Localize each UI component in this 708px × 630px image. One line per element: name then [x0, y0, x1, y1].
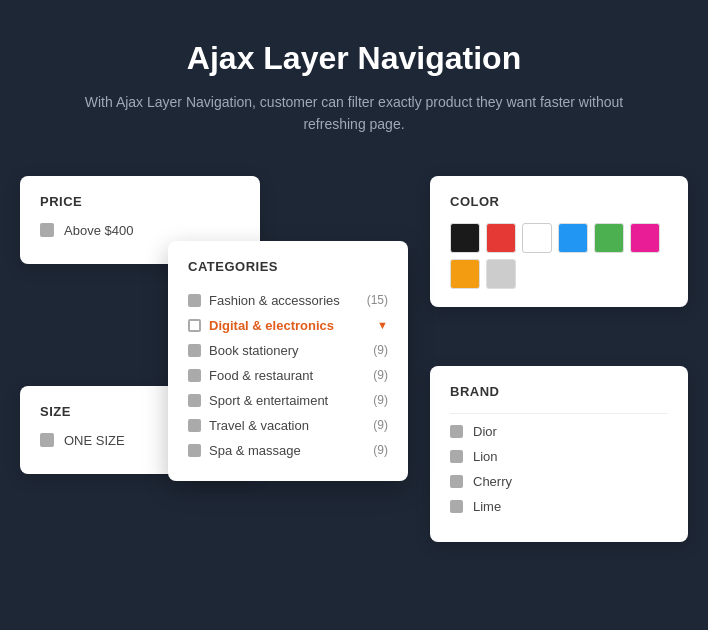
page-description: With Ajax Layer Navigation, customer can… [60, 91, 648, 136]
category-label-6: Spa & massage [209, 443, 301, 458]
category-item[interactable]: Book stationery(9) [188, 338, 388, 363]
brand-items-list: DiorLionCherryLime [450, 424, 668, 514]
cards-area: PRICE Above $400 SIZE ONE SIZE COLOR BRA… [0, 166, 708, 586]
category-count-0: (15) [367, 293, 388, 307]
categories-card-title: CATEGORIES [188, 259, 388, 274]
category-label-3: Food & restaurant [209, 368, 313, 383]
brand-item[interactable]: Cherry [450, 474, 668, 489]
brand-card: BRAND DiorLionCherryLime [430, 366, 688, 542]
color-swatch-4[interactable] [594, 223, 624, 253]
brand-name-2: Cherry [473, 474, 512, 489]
brand-item[interactable]: Dior [450, 424, 668, 439]
brand-item[interactable]: Lion [450, 449, 668, 464]
category-expand-icon: ▼ [377, 319, 388, 331]
category-label-2: Book stationery [209, 343, 299, 358]
category-count-6: (9) [373, 443, 388, 457]
category-item[interactable]: Digital & electronics▼ [188, 313, 388, 338]
color-card-title: COLOR [450, 194, 668, 209]
category-item[interactable]: Spa & massage(9) [188, 438, 388, 463]
price-checkbox [40, 223, 54, 237]
brand-checkbox-3 [450, 500, 463, 513]
brand-checkbox-1 [450, 450, 463, 463]
color-swatch-7[interactable] [486, 259, 516, 289]
brand-card-title: BRAND [450, 384, 668, 399]
page-header: Ajax Layer Navigation With Ajax Layer Na… [0, 0, 708, 166]
category-checkbox-3 [188, 369, 201, 382]
categories-card: CATEGORIES Fashion & accessories(15)Digi… [168, 241, 408, 481]
brand-name-3: Lime [473, 499, 501, 514]
brand-name-1: Lion [473, 449, 498, 464]
category-checkbox-1 [188, 319, 201, 332]
price-card-title: PRICE [40, 194, 240, 209]
category-count-2: (9) [373, 343, 388, 357]
category-count-5: (9) [373, 418, 388, 432]
price-option-row[interactable]: Above $400 [40, 223, 240, 238]
category-count-3: (9) [373, 368, 388, 382]
page-title: Ajax Layer Navigation [60, 40, 648, 77]
color-swatch-5[interactable] [630, 223, 660, 253]
brand-name-0: Dior [473, 424, 497, 439]
category-checkbox-2 [188, 344, 201, 357]
category-label-0: Fashion & accessories [209, 293, 340, 308]
color-card: COLOR [430, 176, 688, 307]
category-item[interactable]: Sport & entertaiment(9) [188, 388, 388, 413]
category-count-4: (9) [373, 393, 388, 407]
color-swatch-0[interactable] [450, 223, 480, 253]
category-item[interactable]: Food & restaurant(9) [188, 363, 388, 388]
category-label-1: Digital & electronics [209, 318, 334, 333]
category-label-4: Sport & entertaiment [209, 393, 328, 408]
category-item[interactable]: Travel & vacation(9) [188, 413, 388, 438]
color-swatch-2[interactable] [522, 223, 552, 253]
category-checkbox-6 [188, 444, 201, 457]
brand-checkbox-2 [450, 475, 463, 488]
category-checkbox-0 [188, 294, 201, 307]
brand-item[interactable]: Lime [450, 499, 668, 514]
category-checkbox-4 [188, 394, 201, 407]
color-swatches-container [450, 223, 668, 289]
size-option-label: ONE SIZE [64, 433, 125, 448]
color-swatch-3[interactable] [558, 223, 588, 253]
price-option-label: Above $400 [64, 223, 133, 238]
brand-divider [450, 413, 668, 414]
brand-checkbox-0 [450, 425, 463, 438]
color-swatch-1[interactable] [486, 223, 516, 253]
category-label-5: Travel & vacation [209, 418, 309, 433]
category-item[interactable]: Fashion & accessories(15) [188, 288, 388, 313]
categories-list: Fashion & accessories(15)Digital & elect… [188, 288, 388, 463]
category-checkbox-5 [188, 419, 201, 432]
color-swatch-6[interactable] [450, 259, 480, 289]
size-checkbox [40, 433, 54, 447]
